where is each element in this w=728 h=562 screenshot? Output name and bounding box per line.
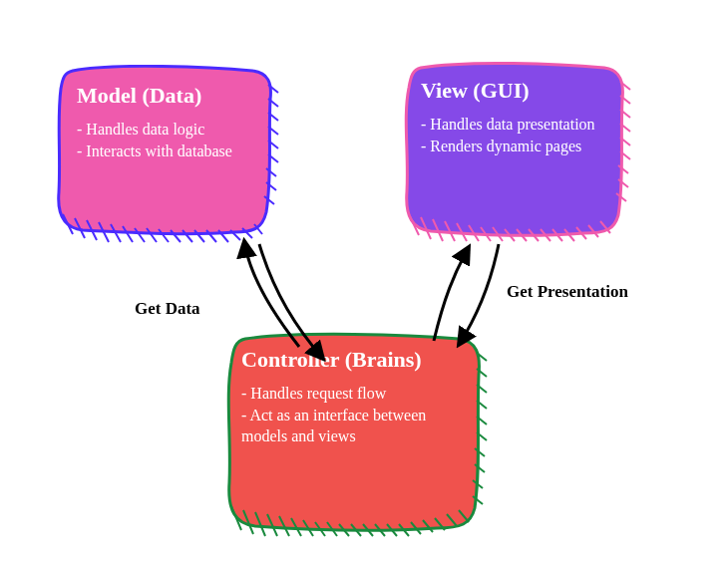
controller-title: Controller (Brains) bbox=[241, 347, 457, 373]
model-box: Model (Data) - Handles data logic - Inte… bbox=[55, 65, 269, 229]
controller-box: Controller (Brains) - Handles request fl… bbox=[219, 329, 479, 533]
view-bullets: - Handles data presentation - Renders dy… bbox=[421, 114, 601, 156]
model-title: Model (Data) bbox=[77, 83, 247, 109]
view-box: View (GUI) - Handles data presentation -… bbox=[399, 60, 623, 234]
model-bullets: - Handles data logic - Interacts with da… bbox=[77, 119, 247, 161]
arrow-controller-to-view bbox=[434, 247, 469, 341]
view-title: View (GUI) bbox=[421, 78, 601, 104]
controller-bullets: - Handles request flow - Act as an inter… bbox=[241, 383, 457, 447]
label-get-data: Get Data bbox=[135, 299, 200, 319]
label-get-presentation: Get Presentation bbox=[507, 282, 628, 302]
